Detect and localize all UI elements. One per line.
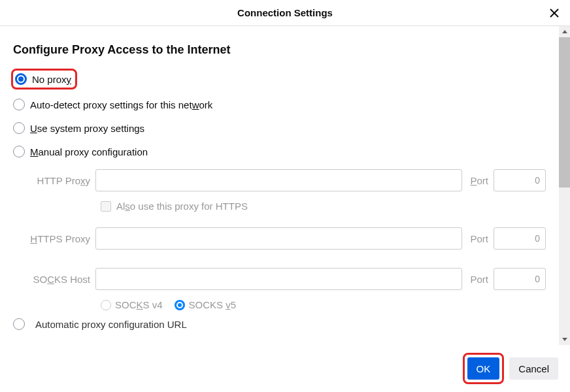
ok-button[interactable]: OK bbox=[467, 357, 500, 380]
socks-port-label: Port bbox=[462, 274, 494, 285]
radio-indicator bbox=[13, 146, 25, 157]
radio-indicator bbox=[175, 300, 185, 310]
highlight-ok: OK bbox=[463, 353, 505, 384]
radio-manual-proxy[interactable]: Manual proxy configuration bbox=[13, 146, 546, 157]
radio-label-no-proxy: No proxy bbox=[32, 74, 71, 85]
radio-label-system-proxy: Use system proxy settings bbox=[30, 123, 144, 134]
radio-socks-v4[interactable]: SOCKS v4 bbox=[101, 299, 163, 310]
proxy-fields: HTTP Proxy Port Also use this proxy for … bbox=[13, 169, 546, 310]
https-port-label: Port bbox=[462, 233, 494, 244]
socks-host-label: SOCKS Host bbox=[30, 274, 95, 285]
checkbox-indicator bbox=[101, 201, 111, 212]
socks-port-input[interactable] bbox=[494, 268, 546, 290]
dialog-footer: OK Cancel bbox=[0, 345, 570, 392]
radio-label-auto-url: Automatic proxy configuration URL bbox=[35, 319, 187, 330]
scrollbar-thumb[interactable] bbox=[559, 37, 570, 188]
http-proxy-label: HTTP Proxy bbox=[30, 175, 95, 186]
radio-no-proxy[interactable]: No proxy bbox=[15, 73, 71, 85]
radio-label-auto-detect: Auto-detect proxy settings for this netw… bbox=[30, 99, 212, 110]
radio-socks-v5[interactable]: SOCKS v5 bbox=[175, 299, 237, 310]
radio-system-proxy[interactable]: Use system proxy settings bbox=[13, 122, 546, 134]
radio-indicator bbox=[13, 99, 25, 110]
scrollbar-up-icon[interactable] bbox=[559, 26, 570, 37]
radio-auto-detect[interactable]: Auto-detect proxy settings for this netw… bbox=[13, 99, 546, 110]
socks-v5-label: SOCKS v5 bbox=[189, 299, 237, 310]
https-port-input[interactable] bbox=[494, 227, 546, 250]
https-proxy-row: HTTPS Proxy Port bbox=[30, 227, 546, 250]
dialog-header: Connection Settings bbox=[0, 0, 570, 26]
scrollbar[interactable] bbox=[559, 26, 570, 345]
radio-indicator bbox=[13, 122, 25, 134]
content-wrapper: Configure Proxy Access to the Internet N… bbox=[0, 26, 570, 345]
radio-label-manual-proxy: Manual proxy configuration bbox=[30, 146, 148, 157]
radio-indicator bbox=[15, 73, 27, 85]
section-title: Configure Proxy Access to the Internet bbox=[13, 43, 546, 57]
https-proxy-input[interactable] bbox=[95, 227, 462, 250]
content-area: Configure Proxy Access to the Internet N… bbox=[0, 26, 559, 345]
http-proxy-row: HTTP Proxy Port bbox=[30, 169, 546, 191]
cancel-button[interactable]: Cancel bbox=[509, 357, 558, 380]
http-port-input[interactable] bbox=[494, 169, 546, 191]
also-https-row[interactable]: Also use this proxy for HTTPS bbox=[101, 201, 546, 212]
socks-host-row: SOCKS Host Port bbox=[30, 268, 546, 290]
close-icon[interactable] bbox=[546, 5, 562, 21]
also-https-label: Also use this proxy for HTTPS bbox=[116, 201, 248, 212]
dialog-title: Connection Settings bbox=[237, 7, 333, 18]
radio-indicator bbox=[101, 300, 111, 310]
radio-auto-url[interactable]: Automatic proxy configuration URL bbox=[13, 318, 546, 330]
http-proxy-input[interactable] bbox=[95, 169, 462, 191]
highlight-no-proxy: No proxy bbox=[11, 69, 77, 90]
scrollbar-down-icon[interactable] bbox=[559, 334, 570, 345]
http-port-label: Port bbox=[462, 175, 494, 186]
https-proxy-label: HTTPS Proxy bbox=[30, 233, 95, 244]
socks-host-input[interactable] bbox=[95, 268, 462, 290]
socks-version-row: SOCKS v4 SOCKS v5 bbox=[101, 299, 546, 310]
radio-indicator bbox=[13, 318, 25, 330]
socks-v4-label: SOCKS v4 bbox=[115, 299, 163, 310]
